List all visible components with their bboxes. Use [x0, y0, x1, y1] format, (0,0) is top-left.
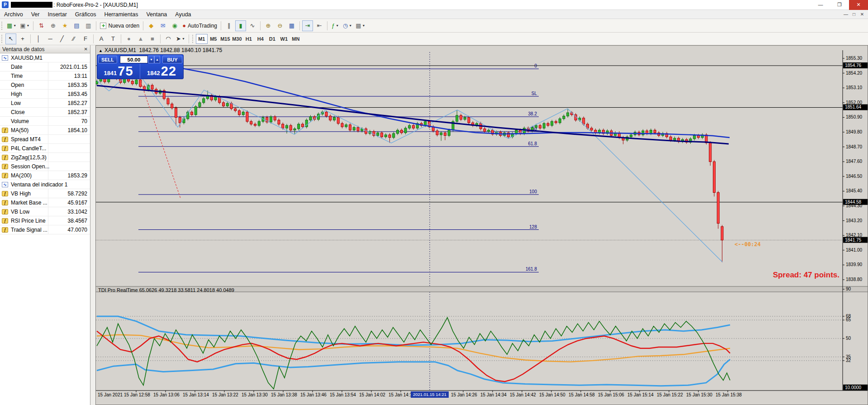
menu-grficos[interactable]: Gráficos — [71, 10, 100, 19]
toolbar-grip[interactable] — [1, 35, 4, 43]
text-button[interactable]: A — [96, 33, 107, 44]
candle-body — [697, 135, 700, 137]
crosshair-button[interactable]: + — [17, 33, 28, 44]
timeframe-h1[interactable]: H1 — [243, 34, 255, 44]
timeframe-mn[interactable]: MN — [290, 34, 302, 44]
price-tick-label: 1850.90 — [846, 114, 863, 119]
arrows-button[interactable]: ➤▼ — [175, 33, 186, 44]
trendline-button[interactable]: ╱ — [57, 33, 67, 44]
window-minimize-button[interactable]: — — [811, 0, 830, 10]
profiles-button[interactable]: ▣▼ — [19, 20, 31, 31]
tile-windows-button[interactable]: ▦ — [286, 20, 297, 31]
fibonacci-retracement-button[interactable]: F — [80, 33, 91, 44]
candle-body — [488, 130, 490, 132]
timeframe-h4[interactable]: H4 — [255, 34, 266, 44]
chart-window[interactable]: 0SL38.25061.8100128161.81855.301854.2018… — [95, 45, 868, 405]
timeframe-m30[interactable]: M30 — [231, 34, 243, 44]
candle-body — [460, 115, 462, 119]
volume-up-stepper[interactable]: ▲ — [154, 56, 160, 63]
menu-insertar[interactable]: Insertar — [43, 10, 71, 19]
vertical-line-button[interactable]: │ — [33, 33, 44, 44]
line-chart-mode-button[interactable]: ∿ — [247, 20, 258, 31]
ellipse-button[interactable]: ● — [123, 33, 134, 44]
timeframe-m15[interactable]: M15 — [219, 34, 231, 44]
window-maximize-button[interactable]: ❐ — [830, 0, 849, 10]
bar-chart-mode-button[interactable]: ∥ — [223, 20, 234, 31]
templates-button[interactable]: ▩▼ — [354, 20, 366, 31]
data-window-button[interactable]: ▤ — [71, 20, 82, 31]
menu-ver[interactable]: Ver — [27, 10, 44, 19]
data-window-title: Ventana de datos — [2, 46, 44, 52]
data-window-header[interactable]: Ventana de datos ✕ — [0, 45, 90, 53]
column-divider — [48, 117, 48, 126]
auto-scroll-button[interactable]: ⇥ — [302, 20, 313, 31]
sell-price[interactable]: 1841 75 — [97, 64, 140, 79]
metaeditor-button[interactable]: ◆ — [146, 20, 157, 31]
candle-body — [250, 121, 252, 124]
zoom-out-button[interactable]: ⊖ — [275, 20, 285, 31]
volume-input[interactable]: 50.00 — [120, 56, 148, 63]
equidistant-channel-button[interactable]: ∕∕ — [68, 33, 79, 44]
triangle-button[interactable]: ▲ — [135, 33, 146, 44]
buy-price[interactable]: 1842 22 — [140, 64, 183, 79]
zoom-in-icon: ⊕ — [266, 22, 271, 29]
candle-body — [717, 192, 719, 223]
candle-body — [258, 121, 260, 125]
column-divider — [48, 153, 48, 162]
new-chart-button[interactable]: ▦▼ — [5, 20, 18, 31]
horizontal-line-button[interactable]: ─ — [45, 33, 56, 44]
candle-body — [484, 129, 486, 132]
candle-body — [377, 133, 379, 136]
toolbar-grip[interactable] — [1, 22, 4, 30]
window-close-button[interactable]: ✕ — [849, 0, 868, 10]
time-tick-label: 15 Jan 15:06 — [598, 392, 624, 397]
time-tick-label: 15 Jan 14:34 — [480, 392, 507, 397]
chart-canvas[interactable]: 0SL38.25061.8100128161.81855.301854.2018… — [96, 46, 868, 405]
navigator-button[interactable]: ⊕ — [47, 20, 58, 31]
favorites-button[interactable]: ★ — [59, 20, 70, 31]
market-watch-button[interactable]: ⇅ — [36, 20, 47, 31]
table-row: ƒVB Low33.1042 — [0, 207, 90, 216]
candle-body — [329, 116, 332, 120]
buy-button[interactable]: BUY — [162, 56, 182, 63]
child-minimize-button[interactable]: — — [842, 10, 850, 19]
menu-archivo[interactable]: Archivo — [0, 10, 27, 19]
menu-ayuda[interactable]: Ayuda — [171, 10, 195, 19]
candle-body — [274, 117, 276, 120]
menu-herramientas[interactable]: Herramientas — [100, 10, 142, 19]
horizontal-line-icon: ─ — [48, 35, 52, 42]
indicators-list-button[interactable]: ƒ▼ — [330, 20, 341, 31]
new-order-button[interactable]: +Nueva orden — [99, 20, 141, 31]
periods-button[interactable]: ◷▼ — [342, 20, 353, 31]
news-button[interactable]: ◉ — [169, 20, 180, 31]
zoom-in-button[interactable]: ⊕ — [263, 20, 274, 31]
timeframe-d1[interactable]: D1 — [266, 34, 278, 44]
cursor-button[interactable]: ↖ — [5, 33, 16, 44]
menu-ventana[interactable]: Ventana — [142, 10, 171, 19]
column-divider — [48, 144, 48, 153]
time-tick-label: 15 Jan 13:22 — [212, 392, 238, 397]
sell-button[interactable]: SELL — [98, 56, 117, 63]
child-close-button[interactable]: ✕ — [858, 10, 866, 19]
child-restore-button[interactable]: □ — [850, 10, 858, 19]
candle-body — [693, 135, 696, 138]
volume-down-stepper[interactable]: ▼ — [148, 56, 154, 63]
triangle-icon: ▲ — [138, 35, 144, 42]
rectangle-button[interactable]: ■ — [147, 33, 158, 44]
timeframe-m1[interactable]: M1 — [196, 34, 208, 44]
experts-mail-button[interactable]: ✉ — [157, 20, 168, 31]
autotrading-button[interactable]: ●AutoTrading — [181, 20, 218, 31]
strategy-tester-button[interactable]: ▥ — [83, 20, 94, 31]
row-value: 70 — [81, 118, 87, 124]
one-click-panel-toggle[interactable]: ▲ — [99, 48, 103, 53]
timeframe-m5[interactable]: M5 — [208, 34, 219, 44]
data-window-close-icon[interactable]: ✕ — [84, 47, 88, 52]
fibo-arc-button[interactable]: ◠ — [163, 33, 174, 44]
toolbar-grip[interactable] — [192, 35, 194, 43]
candlestick-mode-button[interactable]: ▮ — [235, 20, 246, 31]
text-label-button[interactable]: T — [108, 33, 119, 44]
fib-level-label: 161.8 — [526, 267, 537, 272]
chart-shift-button[interactable]: ⇤ — [314, 20, 325, 31]
timeframe-w1[interactable]: W1 — [278, 34, 290, 44]
chevron-down-icon: ▼ — [13, 24, 16, 27]
